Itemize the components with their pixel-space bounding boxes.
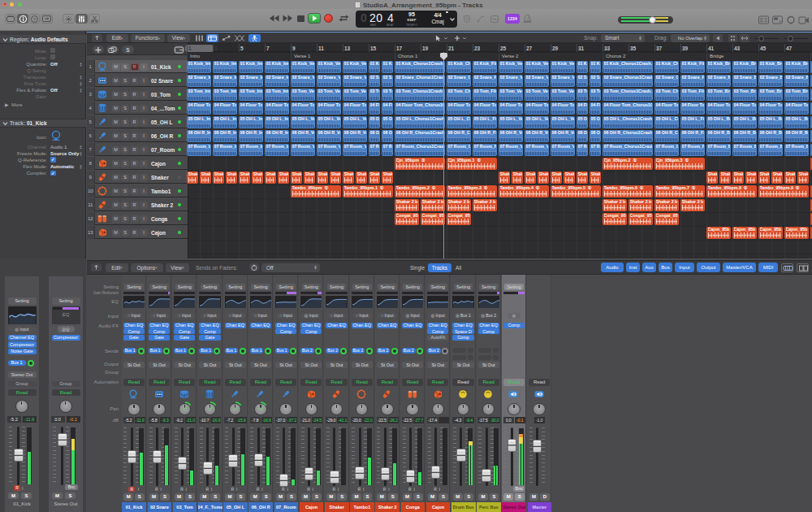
- svg-text:?: ?: [33, 16, 37, 21]
